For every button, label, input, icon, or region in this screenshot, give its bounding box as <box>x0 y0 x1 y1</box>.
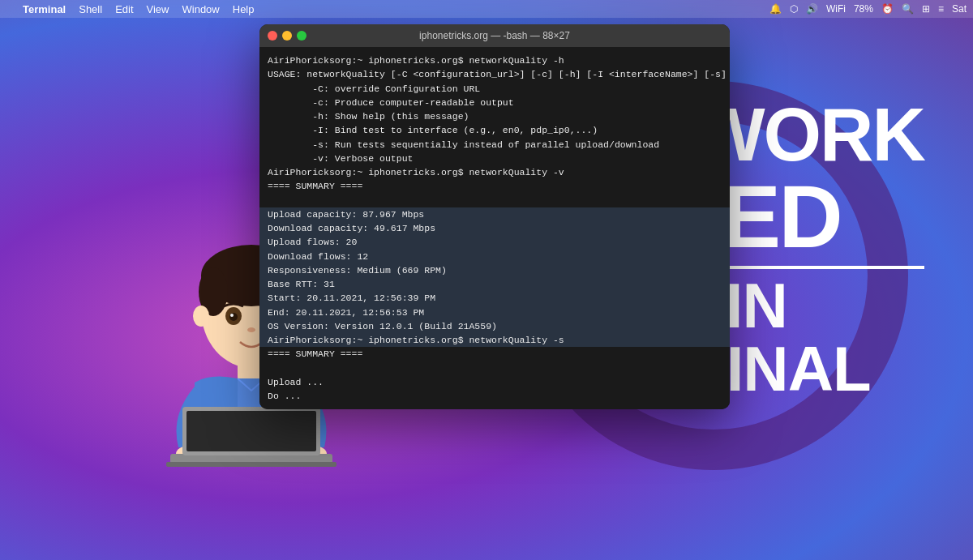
wifi-icon: WiFi <box>826 3 846 15</box>
close-button[interactable] <box>268 31 277 41</box>
search-icon[interactable]: 🔍 <box>902 3 914 15</box>
minimize-button[interactable] <box>282 31 292 41</box>
terminal-title: iphonetricks.org — -bash — 88×27 <box>419 30 570 41</box>
menu-terminal[interactable]: Terminal <box>23 3 66 15</box>
menu-help[interactable]: Help <box>233 3 255 15</box>
svg-rect-18 <box>166 462 336 467</box>
control-center-icon[interactable]: ⊞ <box>922 3 930 15</box>
menu-window[interactable]: Window <box>182 3 220 15</box>
notification-center-icon[interactable]: ≡ <box>938 3 944 15</box>
notification-icon: 🔔 <box>769 3 782 15</box>
maximize-button[interactable] <box>297 31 306 41</box>
traffic-lights <box>268 31 306 41</box>
terminal-body[interactable]: AiriPhoricksorg:~ iphonetricks.org$ netw… <box>259 47 730 409</box>
svg-point-10 <box>230 314 234 317</box>
menubar-right: 🔔 ⬡ 🔊 WiFi 78% ⏰ 🔍 ⊞ ≡ Sat <box>769 3 967 15</box>
clock-icon: ⏰ <box>881 3 894 15</box>
menu-shell[interactable]: Shell <box>79 3 102 15</box>
menubar-left: Terminal Shell Edit View Window Help <box>6 3 255 15</box>
menu-view[interactable]: View <box>147 3 169 15</box>
svg-point-12 <box>247 327 255 332</box>
time-display: Sat <box>952 3 967 15</box>
bluetooth-icon: ⬡ <box>790 3 798 15</box>
svg-point-4 <box>193 306 209 327</box>
battery-level: 78% <box>854 3 873 15</box>
terminal-titlebar: iphonetricks.org — -bash — 88×27 <box>259 24 730 47</box>
svg-rect-20 <box>186 411 316 451</box>
menu-edit[interactable]: Edit <box>115 3 133 15</box>
menubar: Terminal Shell Edit View Window Help 🔔 ⬡… <box>0 0 973 18</box>
svg-point-8 <box>229 313 238 321</box>
volume-icon: 🔊 <box>806 3 818 15</box>
terminal-window: iphonetricks.org — -bash — 88×27 AiriPho… <box>259 24 730 409</box>
